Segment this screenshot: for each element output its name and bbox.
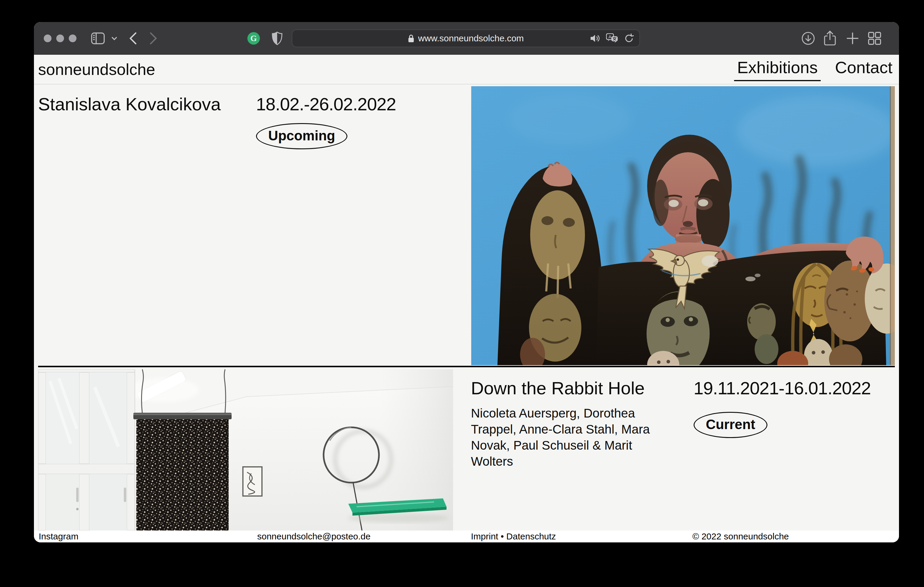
footer-copyright: © 2022 sonneundsolche: [692, 531, 789, 543]
nav-contact[interactable]: Contact: [835, 58, 893, 77]
grammarly-extension-icon[interactable]: G: [247, 22, 260, 55]
translate-icon[interactable]: A: [606, 33, 618, 43]
privacy-shield-icon[interactable]: [272, 22, 283, 55]
close-window-button[interactable]: [44, 35, 51, 42]
back-button[interactable]: [129, 22, 137, 55]
mute-audio-icon[interactable]: [590, 34, 600, 43]
site-logo[interactable]: sonneundsolche: [38, 60, 155, 79]
site-footer: Instagram sonneundsolche@posteo.de Impri…: [34, 531, 899, 543]
svg-text:A: A: [609, 34, 611, 39]
nav-exhibitions[interactable]: Exhibitions: [734, 58, 821, 81]
share-icon[interactable]: [823, 22, 837, 55]
traffic-lights: [44, 35, 76, 42]
lock-icon: [408, 34, 414, 43]
exhibition-dates-current: 19.11.2021-16.01.2022: [694, 378, 871, 398]
address-bar-domain: www.sonneundsolche.com: [408, 33, 524, 43]
footer-legal-links[interactable]: Imprint • Datenschutz: [471, 531, 556, 543]
svg-text:G: G: [250, 34, 257, 43]
exhibition-dates: 18.02.-26.02.2022: [256, 94, 396, 115]
main-nav: Exhibitions Contact: [737, 58, 893, 81]
exhibition-artist-name[interactable]: Stanislava Kovalcikova: [38, 94, 221, 115]
screenshot-stage: G www.sonneundsolche.com: [0, 0, 924, 587]
footer-email-link[interactable]: sonneundsolche@posteo.de: [257, 531, 371, 543]
exhibition-artists-list: Nicoleta Auersperg, Dorothea Trappel, An…: [471, 405, 665, 470]
footer-instagram-link[interactable]: Instagram: [39, 531, 78, 543]
tab-overview-icon[interactable]: [868, 22, 882, 55]
exhibition-current-section: Down the Rabbit Hole 19.11.2021-16.01.20…: [34, 367, 899, 531]
browser-toolbar: G www.sonneundsolche.com: [34, 22, 899, 55]
sidebar-toggle-icon[interactable]: [91, 22, 105, 55]
sidebar-chevron-icon[interactable]: [111, 22, 118, 55]
status-badge-current: Current: [694, 412, 767, 438]
address-bar[interactable]: www.sonneundsolche.com A: [292, 30, 640, 47]
forward-button[interactable]: [149, 22, 158, 55]
reload-icon[interactable]: [624, 33, 634, 44]
exhibition-installation-photo[interactable]: [38, 369, 453, 531]
exhibition-upcoming-section: Stanislava Kovalcikova 18.02.-26.02.2022…: [34, 84, 899, 366]
safari-window: G www.sonneundsolche.com: [34, 22, 899, 543]
status-badge-upcoming: Upcoming: [256, 123, 347, 149]
exhibition-title[interactable]: Down the Rabbit Hole: [471, 378, 645, 398]
minimize-window-button[interactable]: [56, 35, 64, 42]
zoom-window-button[interactable]: [69, 35, 76, 42]
new-tab-icon[interactable]: [846, 22, 859, 55]
site-header: sonneundsolche Exhibitions Contact: [34, 55, 899, 84]
exhibition-artwork-painting[interactable]: [471, 86, 895, 365]
downloads-icon[interactable]: [801, 22, 815, 55]
